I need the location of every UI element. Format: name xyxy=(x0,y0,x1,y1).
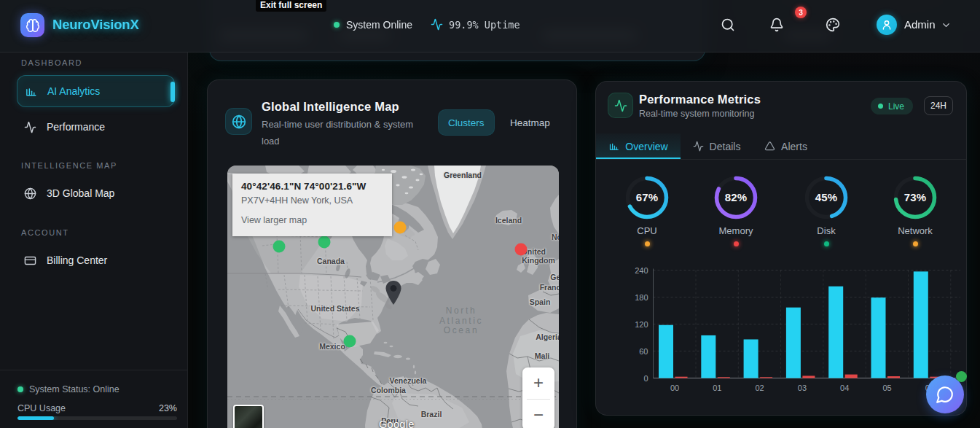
chevron-down-icon[interactable] xyxy=(941,20,952,31)
map-card-subtitle: Real-time user distribution & system loa… xyxy=(262,116,423,149)
online-dot xyxy=(334,22,340,28)
live-badge: Live xyxy=(871,98,913,114)
map-cluster-marker[interactable] xyxy=(515,244,528,256)
y-tick-label: 120 xyxy=(635,320,648,329)
status-dot xyxy=(17,386,23,392)
gauge-disk: 45%Disk xyxy=(786,174,866,246)
range-badge-24h[interactable]: 24H xyxy=(924,96,953,115)
bar-chart-icon xyxy=(25,85,37,98)
sidebar: DASHBOARDAI AnalyticsPerformanceINTELLIG… xyxy=(0,52,188,428)
gauge-memory: 82%Memory xyxy=(696,174,776,246)
alert-triangle-icon xyxy=(764,141,775,152)
map-place-label: Algeria xyxy=(536,332,559,341)
map-place-label: Norway xyxy=(552,233,559,241)
chat-button[interactable] xyxy=(926,376,964,413)
map-cluster-marker[interactable] xyxy=(318,236,331,249)
palette-icon xyxy=(826,17,840,32)
map-zoom-control: + − xyxy=(522,367,554,428)
map-cluster-marker[interactable] xyxy=(273,241,286,253)
map-embed[interactable]: GreenlandIcelandCanadaUnited StatesMexic… xyxy=(227,166,559,428)
sidebar-footer: System Status: Online CPU Usage 23% xyxy=(0,370,187,370)
bar-secondary xyxy=(887,376,900,378)
gauge-value: 82% xyxy=(713,191,759,203)
map-info-address: PX7V+4HH New York, USA xyxy=(241,195,383,206)
notification-badge: 3 xyxy=(795,7,807,18)
sidebar-item-ai-analytics[interactable]: AI Analytics xyxy=(17,75,175,107)
bar-primary xyxy=(701,335,716,378)
tab-alerts[interactable]: Alerts xyxy=(753,133,819,159)
gauge-label: CPU xyxy=(607,225,687,236)
gauge-status-dot xyxy=(913,241,918,246)
activity-icon xyxy=(431,18,443,31)
map-place-label: United States xyxy=(310,304,359,313)
globe-icon xyxy=(24,187,36,200)
gauge-label: Memory xyxy=(696,225,776,236)
exit-fullscreen-tooltip: Exit full screen xyxy=(256,0,326,12)
map-place-label: Canada xyxy=(317,257,345,265)
map-cluster-marker[interactable] xyxy=(394,222,407,234)
y-tick-label: 60 xyxy=(639,347,648,356)
sidebar-item-performance[interactable]: Performance xyxy=(17,111,175,143)
y-tick-label: 0 xyxy=(643,374,648,383)
perf-tabs: Overview Details Alerts xyxy=(596,133,966,160)
zoom-in-button[interactable]: + xyxy=(522,367,554,399)
google-logo: Google xyxy=(379,419,415,428)
theme-button[interactable] xyxy=(824,16,842,34)
uptime-indicator: 99.9% Uptime xyxy=(431,18,520,31)
system-online-status: System Online xyxy=(334,19,412,31)
map-cluster-marker[interactable] xyxy=(344,335,356,348)
global-intelligence-map-card: Global Intelligence Map Real-time user d… xyxy=(207,79,577,428)
live-dot xyxy=(878,104,883,109)
cpu-usage-bar xyxy=(17,416,177,420)
user-avatar[interactable] xyxy=(877,15,897,35)
notifications-button[interactable] xyxy=(768,16,785,34)
tab-details[interactable]: Details xyxy=(681,133,753,159)
search-icon xyxy=(721,17,735,32)
user-name[interactable]: Admin xyxy=(904,18,936,31)
cpu-usage-value: 23% xyxy=(159,403,177,413)
bar-secondary xyxy=(845,375,858,378)
perf-card-title: Performance Metrics xyxy=(639,93,761,106)
zoom-out-button[interactable]: − xyxy=(522,400,554,428)
x-tick-label: 00 xyxy=(670,384,679,392)
y-tick-label: 180 xyxy=(635,293,648,302)
x-tick-label: 02 xyxy=(755,384,764,392)
heatmap-button[interactable]: Heatmap xyxy=(500,109,560,136)
chat-online-dot xyxy=(956,371,967,382)
bell-icon xyxy=(769,17,784,32)
activity-icon xyxy=(608,93,633,118)
map-place-label: Iceland xyxy=(495,216,522,225)
map-place-label: Greenland xyxy=(444,171,482,179)
search-button[interactable] xyxy=(719,16,737,34)
x-tick-label: 01 xyxy=(713,384,721,392)
sidebar-section-label: DASHBOARD xyxy=(21,58,82,67)
view-larger-map-link[interactable]: View larger map xyxy=(241,215,383,225)
tab-overview[interactable]: Overview xyxy=(596,133,681,159)
activity-icon xyxy=(24,121,36,133)
gauge-label: Disk xyxy=(786,225,866,236)
gauge-value: 45% xyxy=(803,191,850,203)
active-indicator xyxy=(170,82,175,102)
performance-metrics-card: Performance Metrics Real-time system mon… xyxy=(595,81,967,416)
map-place-label: Spain xyxy=(530,297,551,306)
map-place-label: Brazil xyxy=(421,410,442,419)
system-status: System Status: Online xyxy=(17,384,119,394)
load-bar-chart: 06012018024000010203040506 xyxy=(625,264,966,402)
brain-icon xyxy=(26,18,40,33)
gauge-value: 67% xyxy=(624,191,670,203)
gauge-label: Network xyxy=(875,225,955,236)
globe-icon xyxy=(225,108,252,135)
x-tick-label: 04 xyxy=(840,384,849,392)
bar-primary xyxy=(914,271,928,378)
x-tick-label: 05 xyxy=(882,384,891,392)
map-place-label: Venezuela xyxy=(390,376,427,385)
gauge-network: 73%Network xyxy=(875,174,955,246)
gauge-status-dot xyxy=(645,241,650,246)
sidebar-item-3d-global-map[interactable]: 3D Global Map xyxy=(17,177,175,209)
map-place-label: Franc xyxy=(540,283,559,292)
sidebar-item-billing-center[interactable]: Billing Center xyxy=(17,244,175,276)
brand-name: NeuroVisionX xyxy=(52,17,139,33)
bar-secondary xyxy=(802,376,815,378)
satellite-view-thumbnail[interactable] xyxy=(233,405,264,428)
clusters-button[interactable]: Clusters xyxy=(438,109,495,136)
